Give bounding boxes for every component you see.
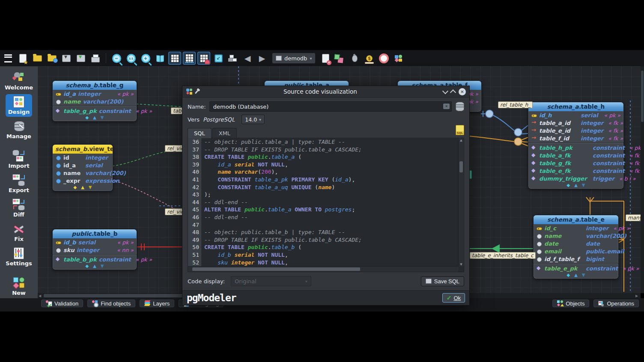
expand-up-icon[interactable]: ▲ [93,115,96,120]
restore-chevron-up-icon[interactable] [450,89,456,95]
operations-button[interactable]: Operations [593,300,639,307]
table-row[interactable]: id_f_table_fbigint [534,255,618,263]
scroll-down-icon[interactable]: ▼ [459,263,464,266]
collapse-diamond-icon[interactable]: ◆ [85,115,89,120]
table-row[interactable]: id_cinteger« pk » [534,224,618,232]
db-table-table-b[interactable]: public.table_bid_bserial« pk »skuinteger… [52,229,137,270]
table-footer-controls[interactable]: ◆▲▼ [53,115,137,121]
toggle-page-delimiters-button[interactable] [183,52,196,65]
toggle-grid-button[interactable] [168,52,181,65]
dialog-titlebar[interactable]: Source code visualization ✕ [182,86,469,98]
main-menu-button[interactable] [2,52,15,65]
expand-up-icon[interactable]: ▲ [574,273,578,277]
scroll-left-icon[interactable]: ◀ [39,294,41,298]
canvas-vertical-scrollbar[interactable] [641,66,644,293]
table-row[interactable]: table_a_fkconstraint« fk » [528,151,623,159]
table-row[interactable]: id_bserial« pk » [53,238,137,246]
table-row[interactable]: table_e_idinteger« fk » [528,127,623,134]
scroll-up-icon[interactable]: ▲ [459,139,464,142]
collapse-diamond-icon[interactable]: ◆ [566,273,570,277]
snap-to-grid-button[interactable] [197,52,210,65]
sidebar-item-diff[interactable]: Diff [10,197,28,220]
save-as-button[interactable] [75,52,87,65]
expand-up-icon[interactable]: ▲ [93,264,96,268]
table-row[interactable]: idinteger [53,154,113,161]
sidebar-item-design[interactable]: Design [6,94,32,117]
save-model-button[interactable] [60,52,73,65]
table-row[interactable]: _exprexpression [53,177,113,184]
db-table-view-test[interactable]: schema_b.view_testidintegerid_aserialnam… [52,144,113,191]
close-model-button[interactable] [319,52,332,65]
sidebar-item-fix[interactable]: Fix [10,221,28,244]
expand-up-icon[interactable]: ▲ [574,183,578,187]
close-icon[interactable]: ✕ [459,88,466,95]
db-table-table-e[interactable]: schema_a.table_eid_cinteger« pk »namevar… [533,215,619,279]
code-hscroll-thumb[interactable] [192,267,360,271]
table-row[interactable]: id_hserial« pk » [528,111,623,119]
sidebar-item-manage[interactable]: Manage [4,119,34,141]
save-sql-button[interactable]: Save SQL [421,276,464,286]
expand-down-icon[interactable]: ▼ [582,273,585,277]
table-row[interactable]: dummy_triggertrigger« b i » [528,175,623,182]
table-row[interactable]: emailpublic.email [534,247,618,255]
expand-down-icon[interactable]: ▼ [101,264,104,268]
expand-down-icon[interactable]: ▼ [101,115,104,120]
code-vscroll-thumb[interactable] [459,161,463,172]
zoom-normal-button[interactable]: 1:1 [125,52,137,65]
objects-button[interactable]: Objects [552,300,589,307]
table-footer-controls[interactable]: ◆▲▼ [53,263,137,270]
collapse-diamond-icon[interactable]: ◆ [73,185,77,190]
zoom-in-button[interactable]: + [139,52,152,65]
relationship-label[interactable]: many [626,214,641,221]
about-button[interactable] [392,52,405,65]
table-row[interactable]: id_ainteger« pk » [53,90,137,98]
table-header[interactable]: schema_a.table_h [528,102,623,111]
db-table-table-g[interactable]: schema_b.table_gid_ainteger« pk »namevar… [52,80,137,122]
plugins-button[interactable] [334,52,346,65]
table-header[interactable]: schema_b.table_g [53,81,137,90]
db-table-table-h[interactable]: schema_a.table_hid_hserial« pk »table_a_… [528,102,624,189]
table-row[interactable]: namevarchar(200) [53,98,137,105]
undo-button[interactable]: ◀ [241,52,254,65]
print-button[interactable] [89,52,102,65]
table-row[interactable]: table_g_pkconstraint« pk » [53,107,137,115]
table-row[interactable]: skuinteger« nn » [53,246,137,254]
table-footer-controls[interactable]: ◆▲▼ [528,182,623,189]
expand-up-icon[interactable]: ▲ [81,185,84,190]
table-header[interactable]: schema_a.table_e [534,215,618,224]
table-row[interactable]: table_f_idinteger« fk » [528,134,623,142]
collapse-diamond-icon[interactable]: ◆ [85,264,89,268]
table-header[interactable]: public.table_b [53,229,137,238]
bug-report-button[interactable] [348,52,361,65]
table-row[interactable]: table_g_fkconstraint« fk » [528,159,623,167]
clear-input-icon[interactable]: ✕ [443,104,450,109]
table-row[interactable]: id_aserial [53,161,113,169]
new-model-button[interactable] [16,52,29,65]
sidebar-item-export[interactable]: Export [6,172,32,195]
name-input[interactable] [209,101,452,112]
minimize-chevron-down-icon[interactable] [442,88,448,94]
pin-icon[interactable] [195,89,199,94]
vertical-scroll-thumb[interactable] [641,71,644,122]
open-model-button[interactable] [31,52,44,65]
recent-models-button[interactable] [45,52,58,65]
table-row[interactable]: table_a_idinteger« fk » [528,119,623,127]
table-row[interactable]: namevarchar(200) [53,169,113,177]
redo-button[interactable]: ▶ [256,52,268,65]
tab-xml[interactable]: XML [212,128,237,138]
sidebar-item-welcome[interactable]: Welcome [2,70,36,92]
expand-down-icon[interactable]: ▼ [582,183,585,187]
validation-button[interactable]: Validation [41,300,83,307]
compact-view-button[interactable]: ↙ [212,52,225,65]
tab-sql[interactable]: SQL [188,128,212,138]
sidebar-item-new[interactable]: New [9,275,28,298]
sidebar-item-import[interactable]: Import [6,148,32,171]
code-editor[interactable]: 36-- object: public.table_a | type: TABL… [188,138,464,272]
table-row[interactable]: datedate [534,240,618,247]
table-row[interactable]: table_e_fkconstraint« fk » [528,167,623,175]
table-footer-controls[interactable]: ◆▲▼ [53,184,113,191]
sidebar-item-settings[interactable]: Settings [3,246,34,268]
code-horizontal-scrollbar[interactable] [188,266,459,272]
table-footer-controls[interactable]: ◆▲▼ [534,272,618,279]
collapse-diamond-icon[interactable]: ◆ [566,183,570,187]
